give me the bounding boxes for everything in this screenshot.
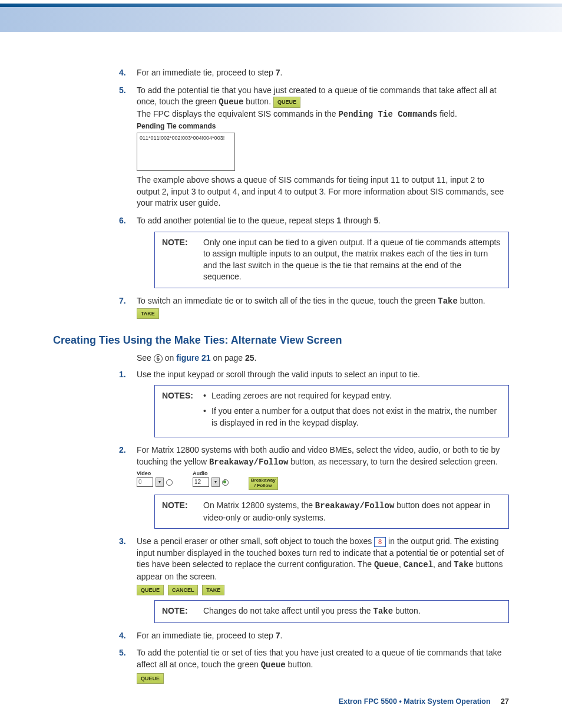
text: button. — [458, 296, 485, 305]
video-input[interactable]: 0 — [137, 477, 153, 487]
video-radio[interactable] — [166, 479, 173, 486]
button-row: QUEUE CANCEL TAKE — [137, 584, 509, 596]
figure-link[interactable]: figure 21 — [176, 353, 210, 363]
step-number: 5. — [119, 85, 126, 97]
footer-product: Extron FPC 5500 • Matrix System Operatio… — [339, 697, 491, 706]
queue-button[interactable]: QUEUE — [273, 97, 300, 108]
queue-button[interactable]: QUEUE — [137, 585, 164, 596]
text: The FPC displays the equivalent SIS comm… — [137, 109, 338, 118]
text: For an immediate tie, proceed to step — [137, 631, 276, 640]
header-gradient — [0, 4, 562, 32]
step-6: 6. To add another potential tie to the q… — [119, 215, 509, 288]
text: on page — [211, 353, 245, 363]
queue-word: Queue — [374, 560, 399, 569]
note-label: NOTE: — [162, 500, 201, 512]
text: On Matrix 12800 systems, the — [203, 500, 315, 510]
text: Changes do not take affect until you pre… — [203, 606, 373, 615]
note-label: NOTES: — [162, 390, 201, 402]
note-label: NOTE: — [162, 605, 201, 617]
queue-word: Queue — [219, 97, 243, 107]
dropdown-icon[interactable]: ▾ — [156, 477, 164, 487]
circled-ref: 6 — [154, 354, 163, 363]
pending-title: Pending Tie commands — [137, 121, 509, 131]
text: To add another potential tie to the queu… — [137, 216, 336, 225]
step-4: 4. For an immediate tie, proceed to step… — [119, 67, 509, 79]
text: . — [280, 631, 283, 640]
note-box-4: NOTE: Changes do not take affect until y… — [154, 600, 509, 623]
see-line: See 6 on figure 21 on page 25. — [137, 353, 509, 364]
bstep-4: 4. For an immediate tie, proceed to step… — [119, 630, 509, 642]
text: The example above shows a queue of SIS c… — [137, 174, 509, 209]
bstep-5: 5. To add the potential tie or set of ti… — [119, 647, 509, 684]
step-number: 7. — [119, 295, 126, 307]
take-button[interactable]: TAKE — [202, 585, 224, 596]
field-name: Pending Tie Commands — [338, 110, 437, 119]
step-number: 2. — [119, 444, 126, 456]
text: button, as necessary, to turn the desire… — [288, 457, 497, 466]
queue-button[interactable]: QUEUE — [137, 673, 164, 684]
bf-button-wrap: Breakaway / Follow — [249, 477, 278, 490]
note-body: Changes do not take affect until you pre… — [203, 605, 501, 618]
step-ref: 7 — [276, 68, 280, 77]
queue-word: Queue — [261, 660, 286, 670]
note-body: Only one input can be tied to a given ou… — [203, 237, 501, 283]
dropdown-icon[interactable]: ▾ — [211, 477, 220, 487]
step-number: 5. — [119, 647, 126, 659]
step-number: 3. — [119, 536, 126, 548]
steps-list-b: 1. Use the input keypad or scroll throug… — [119, 369, 509, 684]
text: . — [280, 68, 283, 77]
header-rule — [0, 4, 562, 7]
bf-word: Breakaway/Follow — [209, 457, 288, 467]
output-cell[interactable]: 8 — [374, 537, 386, 547]
text: field. — [437, 109, 457, 118]
audio-panel: Audio 12 ▾ — [193, 470, 229, 487]
note-body: On Matrix 12800 systems, the Breakaway/F… — [203, 500, 501, 523]
take-button[interactable]: TAKE — [137, 308, 159, 319]
list-item: Leading zeroes are not required for keyp… — [203, 390, 501, 402]
button-row: QUEUE — [137, 673, 509, 684]
note-body: Leading zeroes are not required for keyp… — [203, 390, 501, 429]
text: See — [137, 353, 154, 363]
steps-list-a: 4. For an immediate tie, proceed to step… — [119, 67, 509, 319]
step-5: 5. To add the potential tie that you hav… — [119, 85, 509, 209]
step-7: 7. To switch an immediate tie or to swit… — [119, 295, 509, 319]
audio-label: Audio — [193, 470, 229, 477]
note-box-1: NOTE: Only one input can be tied to a gi… — [154, 232, 509, 288]
note-box-2: NOTES: Leading zeroes are not required f… — [154, 385, 509, 437]
cancel-word: Cancel — [404, 560, 433, 569]
breakaway-follow-button[interactable]: Breakaway / Follow — [249, 477, 278, 490]
bf-word: Breakaway/Follow — [315, 501, 394, 510]
pending-commands-box: 011*011!002*002!003*004!004*003! — [137, 133, 235, 171]
audio-radio[interactable] — [222, 479, 229, 486]
text: button. — [286, 660, 313, 669]
text: To add the potential tie that you have j… — [137, 85, 497, 107]
bstep-3: 3. Use a pencil eraser or other small, s… — [119, 536, 509, 623]
audio-input[interactable]: 12 — [193, 477, 209, 487]
list-item: If you enter a number for a output that … — [203, 406, 501, 429]
page-ref: 25 — [245, 353, 254, 363]
step-number: 6. — [119, 215, 126, 227]
page-content: 4. For an immediate tie, proceed to step… — [0, 32, 562, 684]
section-heading: Creating Ties Using the Make Ties: Alter… — [53, 333, 509, 348]
bstep-2: 2. For Matrix 12800 systems with both au… — [119, 444, 509, 529]
text-line: The FPC displays the equivalent SIS comm… — [137, 108, 509, 121]
take-word: Take — [438, 297, 458, 306]
text: To switch an immediate tie or to switch … — [137, 296, 438, 305]
note-box-3: NOTE: On Matrix 12800 systems, the Break… — [154, 495, 509, 529]
text: through — [341, 216, 373, 225]
note-label: NOTE: — [162, 237, 201, 249]
take-word: Take — [373, 607, 393, 616]
video-panel: Video 0 ▾ — [137, 470, 173, 487]
text: To add the potential tie or set of ties … — [137, 648, 502, 669]
step-number: 4. — [119, 630, 126, 642]
video-audio-panel: Video 0 ▾ Audio 12 ▾ Breakaway / Follow — [137, 470, 509, 490]
take-word: Take — [454, 560, 474, 569]
text: . — [378, 216, 381, 225]
text: button. — [243, 97, 273, 106]
step-number: 1. — [119, 369, 126, 381]
text: Use a pencil eraser or other small, soft… — [137, 536, 374, 546]
cancel-button[interactable]: CANCEL — [168, 585, 199, 596]
step-number: 4. — [119, 67, 126, 79]
video-label: Video — [137, 470, 173, 477]
bstep-1: 1. Use the input keypad or scroll throug… — [119, 369, 509, 437]
